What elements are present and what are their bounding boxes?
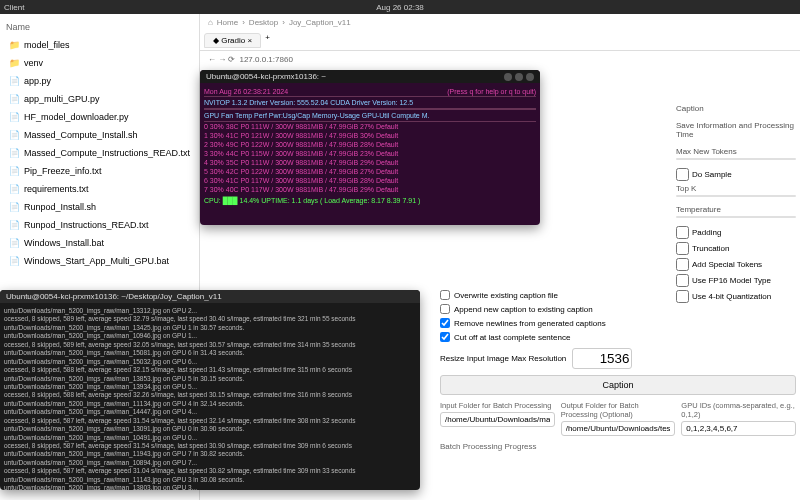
- file-item[interactable]: 📁model_files: [4, 36, 195, 54]
- log-line: ocessed, 8 skipped, 588 left, average sp…: [4, 366, 416, 374]
- file-item[interactable]: 📄Windows_Install.bat: [4, 234, 195, 252]
- address-bar[interactable]: ← → ⟳ 127.0.0.1:7860: [200, 51, 800, 68]
- nvtop-title-text: Ubuntu@0054-kci-prxmx10136: ~: [206, 72, 326, 81]
- log-line: ocessed, 8 skipped, 587 left, average sp…: [4, 467, 416, 475]
- close-icon[interactable]: [526, 73, 534, 81]
- gpu-row: 7 30% 40C P0 117W / 300W 9881MiB / 47.99…: [204, 185, 536, 194]
- gpu-row: 4 30% 35C P0 111W / 300W 9881MiB / 47.99…: [204, 158, 536, 167]
- output-folder[interactable]: [561, 421, 676, 436]
- file-icon: 📄: [8, 111, 20, 123]
- file-item[interactable]: 📄Pip_Freeze_info.txt: [4, 162, 195, 180]
- tab-gradio[interactable]: ◆ Gradio ×: [204, 33, 261, 48]
- log-line: untu/Downloads/man_5200_imgs_raw/man_111…: [4, 400, 416, 408]
- new-tab-button[interactable]: +: [265, 33, 270, 48]
- file-icon: 📄: [8, 183, 20, 195]
- remove-checkbox[interactable]: [440, 318, 450, 328]
- append-checkbox[interactable]: [440, 304, 450, 314]
- cutoff-checkbox[interactable]: [440, 332, 450, 342]
- system-topbar: Client Aug 26 02:38: [0, 0, 800, 14]
- truncation-checkbox[interactable]: [676, 242, 689, 255]
- log-line: ocessed, 8 skipped, 587 left, average sp…: [4, 417, 416, 425]
- log-line: untu/Downloads/man_5200_imgs_raw/man_150…: [4, 358, 416, 366]
- input-folder[interactable]: [440, 412, 555, 427]
- log-line: untu/Downloads/man_5200_imgs_raw/man_109…: [4, 332, 416, 340]
- temperature-slider[interactable]: [676, 216, 796, 218]
- gpu-row: 3 30% 44C P0 115W / 300W 9881MiB / 47.99…: [204, 149, 536, 158]
- log-line: untu/Downloads/man_5200_imgs_raw/man_108…: [4, 459, 416, 467]
- addspecial-checkbox[interactable]: [676, 258, 689, 271]
- file-icon: 📄: [8, 75, 20, 87]
- log-line: ocessed, 8 skipped, 588 left, average sp…: [4, 391, 416, 399]
- log-line: untu/Downloads/man_5200_imgs_raw/man_134…: [4, 324, 416, 332]
- settings-sidebar: Caption Save Information and Processing …: [676, 104, 796, 306]
- caption-button[interactable]: Caption: [440, 375, 796, 395]
- log-line: ocessed, 8 skipped, 589 left, average sp…: [4, 315, 416, 323]
- caption-terminal[interactable]: Ubuntu@0054-kci-prxmx10136: ~/Desktop/Jo…: [0, 290, 420, 490]
- log-line: untu/Downloads/man_5200_imgs_raw/man_111…: [4, 476, 416, 484]
- file-icon: 📄: [8, 165, 20, 177]
- log-line: untu/Downloads/man_5200_imgs_raw/man_104…: [4, 434, 416, 442]
- file-item[interactable]: 📁venv: [4, 54, 195, 72]
- log-line: untu/Downloads/man_5200_imgs_raw/man_144…: [4, 408, 416, 416]
- log-line: ocessed, 8 skipped, 587 left, average sp…: [4, 442, 416, 450]
- min-icon[interactable]: [504, 73, 512, 81]
- file-item[interactable]: 📄Windows_Start_App_Multi_GPU.bat: [4, 252, 195, 270]
- log-line: untu/Downloads/man_5200_imgs_raw/man_130…: [4, 425, 416, 433]
- file-item[interactable]: 📄requirements.txt: [4, 180, 195, 198]
- batch-options: Overwrite existing caption file Append n…: [440, 290, 796, 451]
- file-icon: 📄: [8, 147, 20, 159]
- folder-icon: 📁: [8, 39, 20, 51]
- fp16-checkbox[interactable]: [676, 274, 689, 287]
- browser-tabs: ◆ Gradio × +: [200, 31, 800, 51]
- progress-label: Batch Processing Progress: [440, 442, 796, 451]
- maxtokens-slider[interactable]: [676, 158, 796, 160]
- file-item[interactable]: 📄Runpod_Instructions_READ.txt: [4, 216, 195, 234]
- log-line: untu/Downloads/man_5200_imgs_raw/man_138…: [4, 375, 416, 383]
- file-item[interactable]: 📄Runpod_Install.sh: [4, 198, 195, 216]
- resize-input[interactable]: [572, 348, 632, 369]
- log-line: untu/Downloads/man_5200_imgs_raw/man_138…: [4, 484, 416, 490]
- nvtop-terminal[interactable]: Ubuntu@0054-kci-prxmx10136: ~ Mon Aug 26…: [200, 70, 540, 225]
- breadcrumb[interactable]: ⌂ Home › Desktop › Joy_Caption_v11: [200, 14, 800, 31]
- file-icon: 📄: [8, 129, 20, 141]
- file-icon: 📄: [8, 219, 20, 231]
- gpu-row: 2 30% 49C P0 122W / 300W 9881MiB / 47.99…: [204, 140, 536, 149]
- folder-icon: 📁: [8, 57, 20, 69]
- clock: Aug 26 02:38: [376, 3, 424, 12]
- file-icon: 📄: [8, 93, 20, 105]
- file-icon: 📄: [8, 255, 20, 267]
- log-line: untu/Downloads/man_5200_imgs_raw/man_139…: [4, 383, 416, 391]
- dosample-checkbox[interactable]: [676, 168, 689, 181]
- file-item[interactable]: 📄Massed_Compute_Instructions_READ.txt: [4, 144, 195, 162]
- gradio-icon: ◆: [213, 36, 219, 45]
- gpu-row: 5 30% 42C P0 122W / 300W 9881MiB / 47.99…: [204, 167, 536, 176]
- home-icon: ⌂: [208, 18, 213, 27]
- gpu-ids[interactable]: [681, 421, 796, 436]
- file-icon: 📄: [8, 237, 20, 249]
- file-icon: 📄: [8, 201, 20, 213]
- padding-checkbox[interactable]: [676, 226, 689, 239]
- log-line: untu/Downloads/man_5200_imgs_raw/man_119…: [4, 450, 416, 458]
- bterm-title-text: Ubuntu@0054-kci-prxmx10136: ~/Desktop/Jo…: [6, 292, 222, 301]
- log-line: untu/Downloads/man_5200_imgs_raw/man_150…: [4, 349, 416, 357]
- topbar-left: Client: [4, 3, 24, 12]
- gpu-row: 6 30% 41C P0 117W / 300W 9881MiB / 47.99…: [204, 176, 536, 185]
- topk-slider[interactable]: [676, 195, 796, 197]
- file-item[interactable]: 📄HF_model_downloader.py: [4, 108, 195, 126]
- gpu-row: 0 30% 38C P0 111W / 300W 9881MiB / 47.99…: [204, 122, 536, 131]
- file-item[interactable]: 📄Massed_Compute_Install.sh: [4, 126, 195, 144]
- log-line: ocessed, 8 skipped, 589 left, average sp…: [4, 341, 416, 349]
- overwrite-checkbox[interactable]: [440, 290, 450, 300]
- file-item[interactable]: 📄app_multi_GPU.py: [4, 90, 195, 108]
- file-header: Name: [4, 18, 195, 36]
- gpu-row: 1 30% 41C P0 121W / 300W 9881MiB / 47.99…: [204, 131, 536, 140]
- log-line: untu/Downloads/man_5200_imgs_raw/man_133…: [4, 307, 416, 315]
- max-icon[interactable]: [515, 73, 523, 81]
- file-item[interactable]: 📄app.py: [4, 72, 195, 90]
